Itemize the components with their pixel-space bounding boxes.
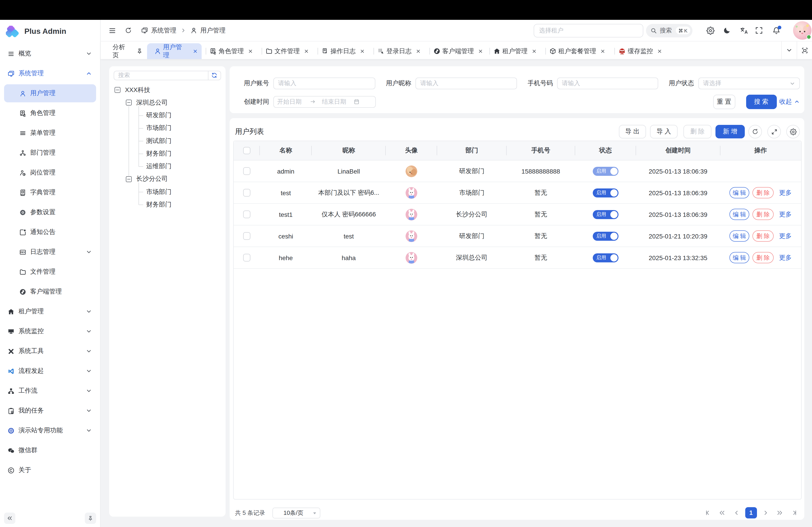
svg-text:redis: redis <box>620 53 624 55</box>
svg-text:DEV: DEV <box>20 251 25 253</box>
